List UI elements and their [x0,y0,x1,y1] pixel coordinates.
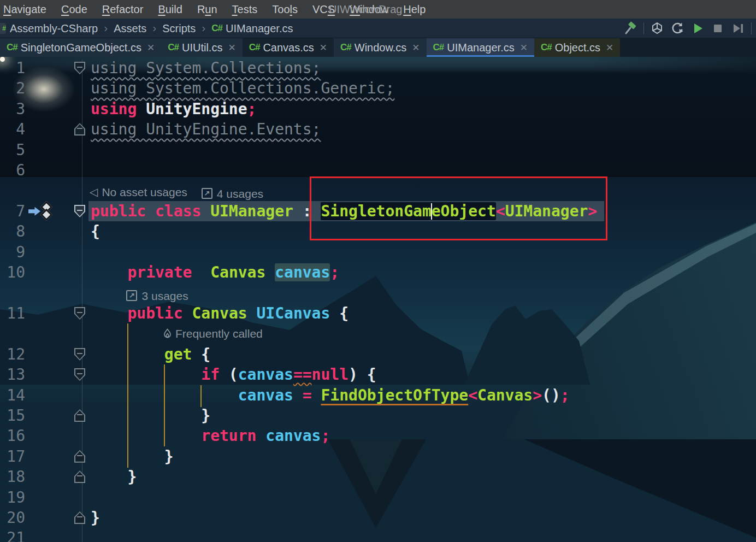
code-line-13[interactable]: 13 if (canvas==null) { [0,364,756,385]
fold-marker-icon[interactable] [74,205,85,217]
tab-singletongameobject[interactable]: C#SingletonGameObject.cs✕ [0,38,161,57]
code-text[interactable]: get { [90,344,210,364]
close-icon[interactable]: ✕ [520,42,528,54]
code-line-3[interactable]: 3using UnityEngine; [0,99,756,119]
inlay-row[interactable]: ◁No asset usages↗4 usages [0,180,756,201]
code-text[interactable]: canvas = FindObjectOfType<Canvas>(); [90,385,570,405]
menu-item-tests[interactable]: Tests [232,3,258,15]
code-text[interactable]: { [90,221,100,241]
fold-marker-icon[interactable] [74,307,85,320]
gutter-icons [25,78,55,98]
close-icon[interactable]: ✕ [147,42,155,54]
code-text[interactable]: } [90,405,210,426]
code-text[interactable]: public class UIManager : SingletonGameOb… [90,201,597,221]
inherited-marker-icon[interactable] [28,203,55,220]
close-icon[interactable]: ✕ [606,42,613,54]
code-line-8[interactable]: 8{ [0,221,756,241]
gutter-icons [25,221,55,241]
menu-item-tools[interactable]: Tools [272,3,298,15]
code-text[interactable]: using System.Collections; [90,58,321,78]
build-hammer-icon[interactable] [623,21,637,36]
code-token: < [496,202,505,220]
stop-icon[interactable] [711,21,725,36]
menu-item-code[interactable]: Code [61,3,87,15]
tab-canvas[interactable]: C#Canvas.cs✕ [243,38,334,57]
code-text[interactable]: } [90,467,137,487]
unity-reload-icon[interactable] [670,21,684,36]
fold-marker-icon[interactable] [74,511,85,524]
code-line-15[interactable]: 15 } [0,405,756,426]
breadcrumb-item[interactable]: Scripts [162,22,196,35]
run-play-icon[interactable] [690,21,705,36]
code-line-16[interactable]: 16 return canvas; [0,426,756,446]
close-icon[interactable]: ✕ [320,42,327,54]
fold-marker-icon[interactable] [74,470,85,483]
close-icon[interactable]: ✕ [412,42,420,54]
tab-window[interactable]: C#Window.cs✕ [334,38,427,57]
code-text[interactable] [90,487,91,508]
unity-attach-icon[interactable] [650,21,664,36]
code-text[interactable]: ◁No asset usages↗4 usages [90,180,277,201]
line-number: 16 [0,426,25,446]
step-forward-icon[interactable] [731,21,745,36]
inlay-hint[interactable]: ◁No asset usages [90,182,187,202]
inlay-hint[interactable]: Frequently called [163,323,263,344]
code-line-12[interactable]: 12 get { [0,344,756,364]
code-line-20[interactable]: 20} [0,508,756,528]
code-text[interactable]: } [90,446,174,467]
code-line-1[interactable]: 1using System.Collections; [0,58,756,78]
fold-marker-icon[interactable] [74,409,85,422]
menu-item-help[interactable]: Help [403,3,426,15]
code-line-2[interactable]: 2using System.Collections.Generic; [0,78,756,98]
code-text[interactable]: private Canvas canvas; [90,262,339,282]
code-editor[interactable]: 1using System.Collections;2using System.… [0,57,756,542]
breadcrumb-item[interactable]: Assets [114,22,146,35]
fold-marker-icon[interactable] [74,368,85,381]
csharp-file-icon: C# [433,42,444,53]
code-text[interactable]: if (canvas==null) { [90,364,376,385]
code-line-11[interactable]: 11 public Canvas UICanvas { [0,303,756,323]
menu-item-refactor[interactable]: Refactor [102,3,144,15]
code-line-21[interactable]: 21 [0,528,756,542]
code-text[interactable]: using System.Collections.Generic; [90,78,394,98]
code-line-9[interactable]: 9 [0,242,756,262]
gutter-icons [25,323,55,344]
code-text[interactable]: using UnityEngine.Events; [90,119,321,139]
code-text[interactable]: } [90,508,100,528]
close-icon[interactable]: ✕ [228,42,235,54]
tab-uiutil[interactable]: C#UIUtil.cs✕ [161,38,242,57]
breadcrumb-item[interactable]: Assembly-CSharp [10,22,98,35]
inlay-row[interactable]: ↗3 usages [0,282,756,303]
editor-tabs: C#SingletonGameObject.cs✕C#UIUtil.cs✕C#C… [0,38,756,57]
code-line-14[interactable]: 14 canvas = FindObjectOfType<Canvas>(); [0,385,756,405]
code-line-6[interactable]: 6 [0,160,756,180]
code-line-10[interactable]: 10 private Canvas canvas; [0,262,756,282]
code-text[interactable]: public Canvas UICanvas { [90,303,349,323]
fold-marker-icon[interactable] [74,348,85,361]
code-text[interactable] [90,140,91,160]
menu-item-run[interactable]: Run [197,3,217,15]
breadcrumb-item[interactable]: UIManager.cs [226,22,293,35]
code-line-17[interactable]: 17 } [0,446,756,467]
fold-marker-icon[interactable] [74,450,85,463]
inlay-row[interactable]: Frequently called [0,323,756,344]
code-text[interactable] [90,160,91,180]
code-text[interactable]: ↗3 usages [90,282,203,303]
code-line-4[interactable]: 4using UnityEngine.Events; [0,119,756,139]
tab-object[interactable]: C#Object.cs✕ [534,38,620,57]
code-line-5[interactable]: 5 [0,140,756,160]
code-text[interactable] [90,242,91,262]
fold-marker-icon[interactable] [74,123,85,136]
fold-marker-icon[interactable] [74,62,85,74]
fold-gutter [55,487,90,508]
code-line-18[interactable]: 18 } [0,467,756,487]
code-text[interactable]: Frequently called [90,323,277,344]
code-line-7[interactable]: 7public class UIManager : SingletonGameO… [0,201,756,221]
code-text[interactable] [90,528,91,542]
code-text[interactable]: using UnityEngine; [90,99,256,119]
menu-item-navigate[interactable]: Navigate [3,3,46,15]
code-line-19[interactable]: 19 [0,487,756,508]
menu-item-build[interactable]: Build [158,3,182,15]
tab-uimanager[interactable]: C#UIManager.cs✕ [427,38,534,57]
code-text[interactable]: return canvas; [90,426,330,446]
